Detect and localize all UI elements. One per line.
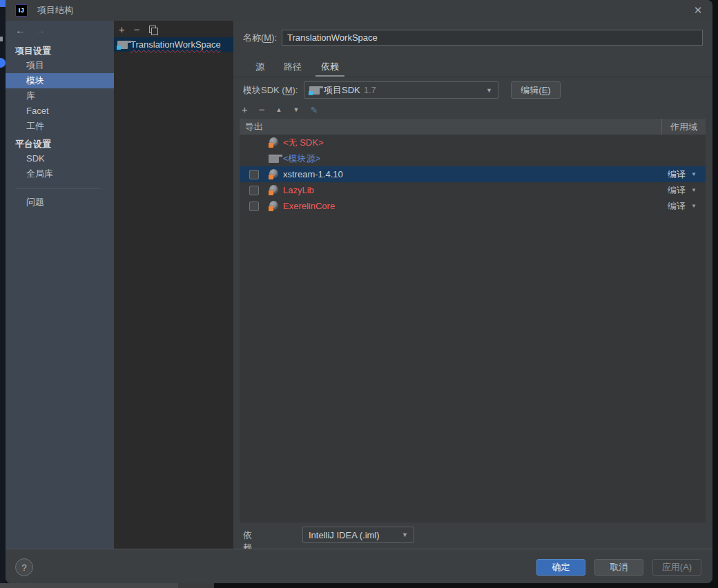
chevron-down-icon: ▼ bbox=[691, 187, 697, 193]
scope-dropdown[interactable]: 编译 ▼ bbox=[661, 198, 706, 214]
module-icon bbox=[117, 41, 128, 49]
close-icon[interactable]: ✕ bbox=[689, 2, 707, 19]
sdk-version: 1.7 bbox=[364, 85, 376, 95]
export-checkbox[interactable] bbox=[249, 186, 259, 195]
tab-paths[interactable]: 路径 bbox=[277, 59, 309, 77]
project-structure-dialog: IJ 项目结构 ✕ ← → 项目设置 项目 模块 库 Facet 工件 平台设置… bbox=[6, 0, 712, 583]
footer-buttons: 确定 取消 应用(A) bbox=[536, 559, 701, 576]
sidebar-divider bbox=[15, 188, 101, 189]
sidebar-item-project[interactable]: 项目 bbox=[6, 58, 114, 73]
table-row[interactable]: LazyLib 编译 ▼ bbox=[240, 182, 706, 198]
forward-arrow-icon: → bbox=[35, 24, 46, 36]
remove-dependency-icon[interactable]: − bbox=[259, 102, 265, 117]
ok-button[interactable]: 确定 bbox=[536, 559, 585, 576]
sidebar-item-facets[interactable]: Facet bbox=[6, 104, 114, 119]
name-row: 名称(M): bbox=[243, 30, 703, 46]
library-icon bbox=[269, 169, 279, 179]
background-icon-fragment bbox=[0, 0, 6, 7]
titlebar: IJ 项目结构 ✕ bbox=[6, 0, 712, 21]
module-editor-panel: 名称(M): 源 路径 依赖 模块SDK (M): 项目SDK 1.7 ▼ bbox=[233, 21, 712, 549]
tab-dependencies[interactable]: 依赖 bbox=[314, 59, 346, 77]
move-down-icon[interactable]: ▼ bbox=[293, 106, 299, 113]
edit-pencil-icon[interactable]: ✎ bbox=[310, 105, 318, 115]
dependency-name: <无 SDK> bbox=[283, 137, 324, 149]
section-header-project-settings: 项目设置 bbox=[15, 43, 51, 59]
storage-format-value: IntelliJ IDEA (.iml) bbox=[309, 530, 380, 540]
dialog-title: 项目结构 bbox=[37, 4, 73, 17]
chevron-down-icon: ▼ bbox=[486, 87, 492, 94]
export-checkbox[interactable] bbox=[249, 170, 259, 179]
module-tree-item[interactable]: TranslationWorkSpace bbox=[114, 37, 233, 52]
edit-sdk-button[interactable]: 编辑(E) bbox=[511, 81, 561, 99]
library-icon bbox=[269, 201, 279, 211]
editor-tabs: 源 路径 依赖 bbox=[249, 59, 346, 77]
tab-sources[interactable]: 源 bbox=[249, 59, 271, 77]
copy-module-icon[interactable] bbox=[149, 26, 157, 34]
export-checkbox[interactable] bbox=[249, 202, 259, 211]
module-sdk-label: 模块SDK (M): bbox=[243, 84, 298, 97]
section-header-platform-settings: 平台设置 bbox=[15, 137, 51, 152]
module-name-input[interactable] bbox=[282, 30, 703, 46]
dependencies-table: 导出 作用域 <无 SDK> <模块源> bbox=[240, 119, 706, 522]
table-row[interactable]: ExerelinCore 编译 ▼ bbox=[240, 198, 706, 214]
remove-module-icon[interactable]: − bbox=[134, 22, 140, 37]
dependency-name: xstream-1.4.10 bbox=[283, 169, 343, 179]
name-label: 名称(M): bbox=[243, 32, 277, 44]
scope-dropdown[interactable]: 编译 ▼ bbox=[661, 166, 706, 182]
dependency-name: LazyLib bbox=[283, 185, 314, 195]
tabs-divider bbox=[233, 77, 712, 77]
sidebar-item-artifacts[interactable]: 工件 bbox=[6, 119, 114, 134]
background-fragment bbox=[0, 583, 178, 588]
export-column-header: 导出 bbox=[240, 121, 263, 133]
table-row[interactable]: xstream-1.4.10 编译 ▼ bbox=[240, 166, 706, 182]
sidebar-item-sdks[interactable]: SDK bbox=[6, 151, 114, 166]
sidebar-item-global-libraries[interactable]: 全局库 bbox=[6, 166, 114, 182]
module-source-folder-icon bbox=[269, 155, 279, 163]
apply-button[interactable]: 应用(A) bbox=[652, 559, 701, 576]
module-sdk-row: 模块SDK (M): 项目SDK 1.7 ▼ 编辑(E) bbox=[243, 81, 703, 99]
move-up-icon[interactable]: ▲ bbox=[276, 106, 282, 113]
library-icon bbox=[269, 137, 279, 148]
module-list-toolbar: + − bbox=[119, 22, 157, 37]
settings-sidebar: ← → 项目设置 项目 模块 库 Facet 工件 平台设置 SDK 全局库 问… bbox=[6, 21, 114, 549]
add-module-icon[interactable]: + bbox=[119, 22, 125, 37]
add-dependency-icon[interactable]: + bbox=[242, 102, 248, 117]
background-icon-fragment bbox=[0, 58, 6, 68]
library-icon bbox=[269, 185, 279, 195]
scope-dropdown[interactable]: 编译 ▼ bbox=[661, 182, 706, 198]
dialog-footer: ? 确定 取消 应用(A) bbox=[6, 549, 712, 583]
chevron-down-icon: ▼ bbox=[691, 203, 697, 209]
sdk-selected-value: 项目SDK bbox=[324, 84, 360, 97]
history-nav: ← → bbox=[15, 24, 46, 36]
chevron-down-icon: ▼ bbox=[402, 531, 408, 538]
dependency-name: ExerelinCore bbox=[283, 201, 335, 211]
table-row[interactable]: <无 SDK> bbox=[240, 135, 706, 150]
help-icon[interactable]: ? bbox=[15, 558, 33, 576]
sidebar-item-problems[interactable]: 问题 bbox=[6, 195, 114, 210]
background-app-strip bbox=[0, 0, 6, 588]
intellij-logo-icon: IJ bbox=[15, 4, 28, 17]
storage-format-combobox[interactable]: IntelliJ IDEA (.iml) ▼ bbox=[302, 527, 414, 543]
dependency-name: <模块源> bbox=[283, 153, 320, 165]
chevron-down-icon: ▼ bbox=[691, 171, 697, 177]
module-name: TranslationWorkSpace bbox=[130, 39, 221, 50]
dependencies-toolbar: + − ▲ ▼ ✎ bbox=[242, 103, 318, 117]
dialog-body: ← → 项目设置 项目 模块 库 Facet 工件 平台设置 SDK 全局库 问… bbox=[6, 21, 712, 549]
table-row[interactable]: <模块源> bbox=[240, 150, 706, 166]
scope-column-header: 作用域 bbox=[661, 119, 706, 135]
table-header: 导出 作用域 bbox=[240, 119, 706, 135]
sidebar-item-libraries[interactable]: 库 bbox=[6, 88, 114, 104]
module-list-panel: + − TranslationWorkSpace bbox=[114, 21, 233, 549]
background-fragment bbox=[178, 583, 214, 588]
back-arrow-icon[interactable]: ← bbox=[15, 24, 26, 36]
cancel-button[interactable]: 取消 bbox=[594, 559, 643, 576]
background-edge bbox=[712, 0, 718, 583]
background-fragment bbox=[0, 37, 3, 41]
module-sdk-combobox[interactable]: 项目SDK 1.7 ▼ bbox=[304, 81, 498, 99]
background-statusbar-strip bbox=[0, 583, 718, 588]
sdk-icon bbox=[309, 86, 320, 95]
sidebar-item-modules[interactable]: 模块 bbox=[6, 73, 114, 88]
